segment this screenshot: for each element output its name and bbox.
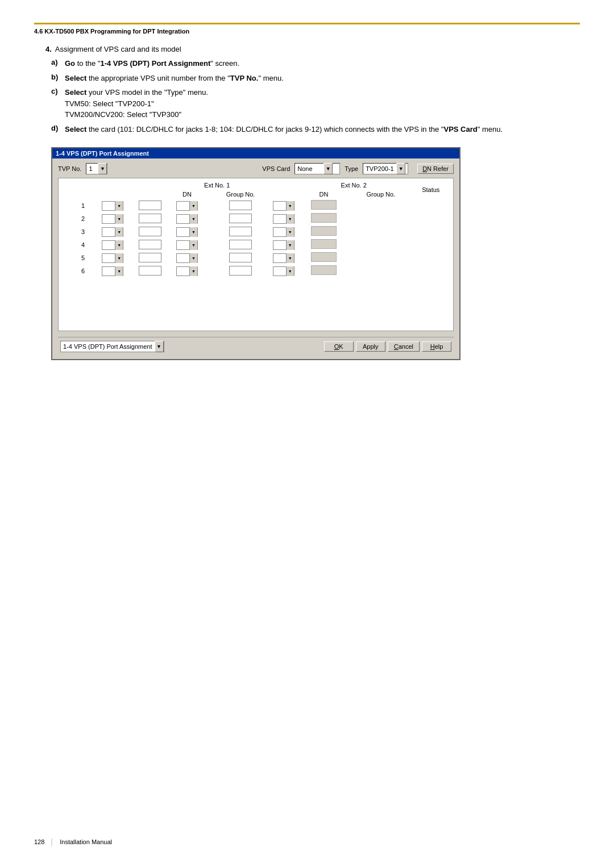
tvp-label: TVP No. (58, 165, 81, 172)
dn2-input[interactable] (229, 240, 252, 249)
status-cell (297, 225, 351, 238)
group2-arrow[interactable]: ▼ (286, 227, 294, 237)
jack-no-cell: 5 (61, 251, 89, 264)
sub-step-d-t2: " menu. (478, 125, 503, 133)
dn-refer-button[interactable]: DN Refer (417, 164, 454, 174)
sub-step-d-bold2: VPS Card (443, 125, 477, 133)
dn2-cell (210, 212, 271, 225)
ok-button[interactable]: OK (324, 341, 354, 352)
dn2-input[interactable] (229, 266, 252, 276)
group1-select[interactable]: ▼ (176, 201, 198, 211)
group2-arrow[interactable]: ▼ (286, 214, 294, 224)
port-select[interactable]: ▼ (102, 201, 123, 211)
jack-no-cell: 2 (61, 212, 89, 225)
help-button[interactable]: Help (422, 341, 451, 352)
dn1-input[interactable] (139, 214, 161, 223)
group1-arrow[interactable]: ▼ (189, 201, 197, 211)
port-select[interactable]: ▼ (102, 227, 123, 237)
sub-step-c-bold: Select (65, 88, 86, 97)
table-row: 3▼▼▼ (61, 225, 451, 238)
dn1-cell (136, 238, 164, 251)
group2-select[interactable]: ▼ (273, 214, 294, 224)
vps-card-arrow[interactable]: ▼ (323, 163, 333, 174)
group1-select[interactable]: ▼ (176, 214, 198, 224)
data-table-container: Ext No. 1 Ext No. 2 Status DN Group No. … (58, 178, 454, 331)
ok-label-rest: K (339, 343, 343, 350)
group2-select[interactable]: ▼ (273, 240, 294, 250)
group1-select[interactable]: ▼ (176, 253, 198, 263)
group1-arrow[interactable]: ▼ (189, 240, 197, 250)
port-arrow[interactable]: ▼ (115, 253, 123, 263)
tvp-arrow[interactable]: ▼ (98, 163, 107, 174)
dn2-input[interactable] (229, 201, 252, 210)
dn2-cell (210, 264, 271, 277)
group1-arrow[interactable]: ▼ (189, 214, 197, 224)
dn1-cell (136, 251, 164, 264)
group2-arrow[interactable]: ▼ (286, 201, 294, 211)
sub-step-a-text: Go to the "1-4 VPS (DPT) Port Assignment… (65, 58, 580, 69)
port-select[interactable]: ▼ (102, 253, 123, 263)
group2-arrow[interactable]: ▼ (286, 253, 294, 263)
dn1-input[interactable] (139, 201, 161, 210)
col-ext1-group-sub: Group No. (210, 190, 271, 199)
dn1-input[interactable] (139, 266, 161, 276)
group1-arrow[interactable]: ▼ (189, 253, 197, 263)
group2-select[interactable]: ▼ (273, 227, 294, 237)
group1-select[interactable]: ▼ (176, 266, 198, 276)
main-content: 4. Assignment of VPS card and its model … (34, 45, 580, 360)
vps-card-select[interactable]: None ▼ (294, 163, 340, 174)
cancel-label-rest: ancel (399, 343, 413, 350)
group2-arrow[interactable]: ▼ (286, 240, 294, 250)
port-arrow[interactable]: ▼ (115, 240, 123, 250)
type-select[interactable]: TVP200-1 ▼ (363, 163, 408, 174)
jack-no-cell: 6 (61, 264, 89, 277)
group1-arrow[interactable]: ▼ (189, 227, 197, 237)
sub-step-a: a) Go to the "1-4 VPS (DPT) Port Assignm… (51, 58, 580, 69)
sub-step-d: d) Select the card (101: DLC/DHLC for ja… (51, 124, 580, 135)
table-row: 1▼▼▼ (61, 199, 451, 212)
type-arrow[interactable]: ▼ (396, 163, 405, 174)
port-no-cell: ▼ (89, 264, 136, 277)
sub-step-c-label: c) (51, 87, 61, 120)
dn1-input[interactable] (139, 240, 161, 249)
port-arrow[interactable]: ▼ (115, 214, 123, 224)
dn2-input[interactable] (229, 214, 252, 223)
footer-divider: │ (50, 838, 54, 845)
bottom-select[interactable]: 1-4 VPS (DPT) Port Assignment ▼ (60, 341, 164, 352)
port-select[interactable]: ▼ (102, 214, 123, 224)
dialog-title: 1-4 VPS (DPT) Port Assignment (56, 150, 149, 157)
port-arrow[interactable]: ▼ (115, 227, 123, 237)
group2-select[interactable]: ▼ (273, 201, 294, 211)
port-select[interactable]: ▼ (102, 240, 123, 250)
port-arrow[interactable]: ▼ (115, 201, 123, 211)
apply-button[interactable]: Apply (356, 341, 385, 352)
group2-select[interactable]: ▼ (273, 253, 294, 263)
port-select[interactable]: ▼ (102, 266, 123, 276)
sub-step-d-label: d) (51, 124, 61, 135)
jack-no-cell: 3 (61, 225, 89, 238)
sub-step-b-bold2: TVP No. (230, 74, 259, 82)
dialog-body: TVP No. 1 ▼ VPS Card None ▼ Type TVP200-… (52, 158, 459, 359)
group1-select[interactable]: ▼ (176, 227, 198, 237)
group2-arrow[interactable]: ▼ (286, 266, 294, 276)
tvp-select[interactable]: 1 ▼ (86, 163, 107, 174)
port-arrow[interactable]: ▼ (115, 266, 123, 276)
bottom-select-arrow[interactable]: ▼ (155, 341, 164, 352)
sub-steps: a) Go to the "1-4 VPS (DPT) Port Assignm… (51, 58, 580, 135)
dn1-input[interactable] (139, 227, 161, 236)
group1-arrow[interactable]: ▼ (189, 266, 197, 276)
tvp-value: 1 (86, 165, 98, 172)
section-heading: 4.6 KX-TD500 PBX Programming for DPT Int… (34, 28, 189, 35)
dn1-input[interactable] (139, 253, 161, 262)
type-value: TVP200-1 (363, 165, 396, 172)
dn2-input[interactable] (229, 253, 252, 262)
dialog-top-row: TVP No. 1 ▼ VPS Card None ▼ Type TVP200-… (58, 163, 454, 174)
group1-cell: ▼ (164, 225, 211, 238)
cancel-button[interactable]: Cancel (388, 341, 420, 352)
group2-select[interactable]: ▼ (273, 266, 294, 276)
status-cell (297, 251, 351, 264)
group1-select[interactable]: ▼ (176, 240, 198, 250)
dn2-input[interactable] (229, 227, 252, 236)
dn2-cell (210, 238, 271, 251)
status-cell (297, 212, 351, 225)
